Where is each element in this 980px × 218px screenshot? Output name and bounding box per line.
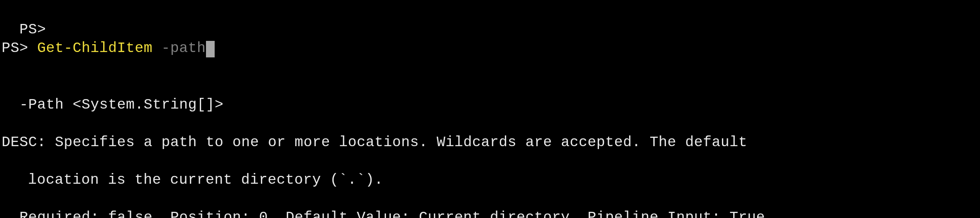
blank-line xyxy=(2,58,978,77)
desc-text-cont: location is the current directory (`.`). xyxy=(28,172,383,188)
parameter-signature: -Path <System.String[]> xyxy=(2,77,978,114)
parameter-text: -path xyxy=(161,40,206,57)
terminal-line-empty-prompt: PS> xyxy=(2,2,978,39)
cursor-icon xyxy=(206,41,215,57)
blank-line xyxy=(2,114,978,133)
desc-label: DESC: xyxy=(2,134,55,151)
description-continuation: location is the current directory (`.`). xyxy=(2,152,978,190)
command-text: Get-ChildItem xyxy=(37,40,161,57)
prompt-text: PS> xyxy=(2,40,37,57)
description-line: DESC: Specifies a path to one or more lo… xyxy=(2,133,978,152)
desc-text: Specifies a path to one or more location… xyxy=(55,134,747,151)
prompt-text: PS> xyxy=(19,21,46,38)
attributes-line: Required: false, Position: 0, Default Va… xyxy=(2,190,978,218)
terminal-command-line[interactable]: PS> Get-ChildItem -path xyxy=(2,39,978,58)
param-signature-text: -Path <System.String[]> xyxy=(19,97,224,113)
attributes-text: Required: false, Position: 0, Default Va… xyxy=(19,209,765,218)
